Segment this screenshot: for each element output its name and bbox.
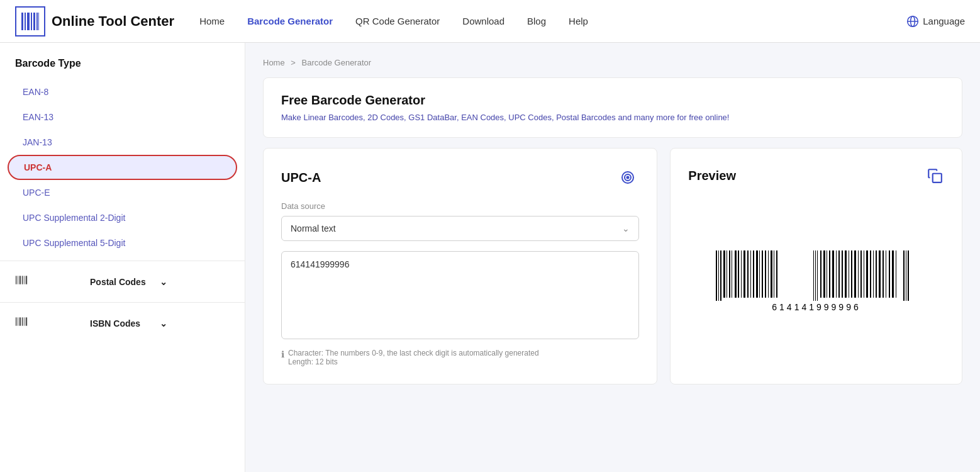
svg-rect-78 <box>908 250 909 301</box>
svg-rect-39 <box>753 250 754 298</box>
svg-rect-76 <box>903 250 905 301</box>
svg-rect-28 <box>720 250 721 301</box>
barcode-data-input[interactable]: 614141999996 <box>281 251 639 339</box>
svg-rect-3 <box>31 13 32 30</box>
sidebar-group-isbn: ISBN Codes ⌄ <box>0 302 245 339</box>
svg-rect-47 <box>776 250 777 298</box>
info-icon: ℹ <box>281 349 284 359</box>
svg-rect-64 <box>860 250 862 298</box>
language-label: Language <box>923 16 965 26</box>
svg-rect-48 <box>813 250 814 301</box>
postal-barcode-icon <box>15 274 85 289</box>
sidebar-item-ean8[interactable]: EAN-8 <box>0 79 245 104</box>
svg-rect-41 <box>759 250 760 298</box>
svg-rect-51 <box>820 250 821 298</box>
svg-rect-72 <box>886 250 886 298</box>
svg-rect-15 <box>26 276 28 284</box>
svg-rect-53 <box>827 250 827 298</box>
svg-rect-66 <box>866 250 868 298</box>
settings-icon[interactable] <box>616 166 639 189</box>
barcode-image: 614141999996 <box>710 247 923 317</box>
sidebar-group-isbn-header[interactable]: ISBN Codes ⌄ <box>0 308 245 339</box>
svg-rect-19 <box>22 317 23 325</box>
svg-rect-69 <box>876 250 877 298</box>
svg-rect-34 <box>738 250 739 298</box>
svg-rect-49 <box>815 250 816 301</box>
logo-text: Online Tool Center <box>52 13 174 30</box>
svg-rect-12 <box>19 276 21 284</box>
sidebar-group-postal-header[interactable]: Postal Codes ⌄ <box>0 266 245 297</box>
isbn-barcode-icon <box>15 315 85 331</box>
svg-rect-55 <box>832 250 834 298</box>
length-info-text: Length: 12 bits <box>288 357 539 366</box>
svg-rect-65 <box>864 250 864 298</box>
data-source-select[interactable]: Normal text ⌄ <box>281 216 639 241</box>
sidebar-item-upc-supp5[interactable]: UPC Supplemental 5-Digit <box>0 230 245 256</box>
isbn-codes-label: ISBN Codes <box>90 318 160 329</box>
sidebar: Barcode Type EAN-8 EAN-13 JAN-13 UPC-A U… <box>0 43 245 472</box>
svg-rect-2 <box>27 13 30 30</box>
svg-rect-50 <box>817 250 818 301</box>
svg-rect-10 <box>16 276 17 284</box>
svg-rect-60 <box>849 250 849 298</box>
nav-qr-code[interactable]: QR Code Generator <box>355 16 440 26</box>
svg-rect-35 <box>741 250 742 298</box>
svg-rect-11 <box>18 276 18 284</box>
sidebar-item-upce[interactable]: UPC-E <box>0 180 245 205</box>
svg-rect-42 <box>762 250 763 298</box>
svg-rect-0 <box>21 13 23 30</box>
svg-rect-71 <box>883 250 884 298</box>
svg-rect-18 <box>19 317 21 325</box>
tool-panel: UPC-A Data source Normal text ⌄ 61414199… <box>263 148 657 385</box>
svg-rect-68 <box>873 250 874 298</box>
sidebar-item-ean13[interactable]: EAN-13 <box>0 104 245 130</box>
svg-rect-74 <box>892 250 894 298</box>
svg-rect-54 <box>829 250 830 298</box>
nav-help[interactable]: Help <box>569 16 588 26</box>
svg-rect-31 <box>729 250 730 298</box>
nav-download[interactable]: Download <box>462 16 504 26</box>
svg-rect-26 <box>716 250 717 301</box>
data-source-value: Normal text <box>291 223 336 233</box>
isbn-chevron-icon: ⌄ <box>160 318 230 329</box>
main-content: Home > Barcode Generator Free Barcode Ge… <box>245 43 980 472</box>
svg-rect-75 <box>896 250 896 298</box>
svg-rect-59 <box>845 250 847 298</box>
svg-rect-63 <box>858 250 859 298</box>
svg-rect-33 <box>735 250 737 298</box>
svg-rect-43 <box>765 250 766 298</box>
nav-blog[interactable]: Blog <box>527 16 546 26</box>
barcode-preview: 614141999996 <box>688 198 944 366</box>
sidebar-item-jan13[interactable]: JAN-13 <box>0 130 245 155</box>
page-body: Barcode Type EAN-8 EAN-13 JAN-13 UPC-A U… <box>0 43 980 472</box>
language-button[interactable]: Language <box>906 15 965 28</box>
copy-icon[interactable] <box>925 166 944 185</box>
svg-rect-17 <box>18 317 18 325</box>
preview-title: Preview <box>688 166 944 185</box>
svg-rect-6 <box>38 13 39 30</box>
svg-rect-37 <box>747 250 749 298</box>
preview-panel: Preview <box>670 148 962 385</box>
nav-barcode-generator[interactable]: Barcode Generator <box>247 16 333 26</box>
tool-panel-title: UPC-A <box>281 166 639 189</box>
svg-rect-57 <box>838 250 840 298</box>
svg-point-24 <box>626 176 630 179</box>
nav-home[interactable]: Home <box>199 16 225 26</box>
svg-rect-30 <box>727 250 727 298</box>
sidebar-item-upc-supp2[interactable]: UPC Supplemental 2-Digit <box>0 205 245 230</box>
svg-rect-1 <box>25 13 26 30</box>
breadcrumb-home[interactable]: Home <box>263 58 285 67</box>
sidebar-item-upca[interactable]: UPC-A <box>8 155 237 180</box>
svg-rect-56 <box>836 250 837 298</box>
svg-rect-70 <box>879 250 881 298</box>
logo-icon <box>15 6 45 37</box>
postal-chevron-icon: ⌄ <box>160 277 230 287</box>
svg-rect-20 <box>24 317 25 325</box>
data-source-label: Data source <box>281 201 639 211</box>
sidebar-group-postal: Postal Codes ⌄ <box>0 261 245 297</box>
svg-rect-16 <box>16 317 17 325</box>
chevron-down-icon: ⌄ <box>622 223 630 233</box>
svg-rect-38 <box>750 250 751 298</box>
svg-rect-25 <box>933 174 942 183</box>
page-title: Free Barcode Generator <box>281 93 944 108</box>
